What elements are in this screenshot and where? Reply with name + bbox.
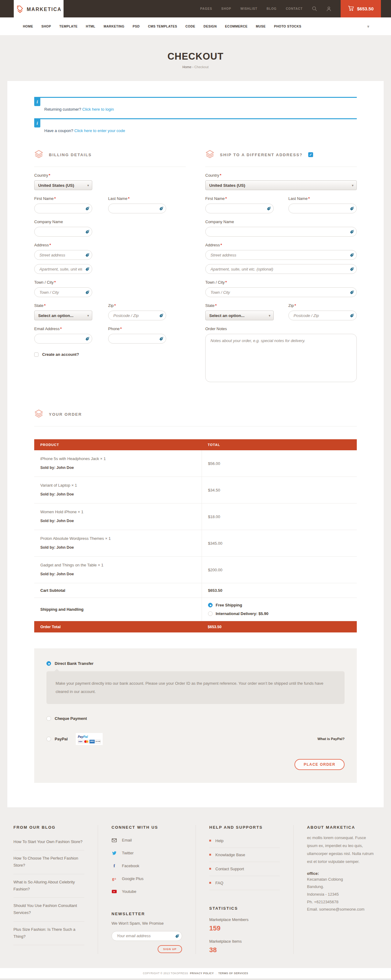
subnav-template[interactable]: TEMPLATE xyxy=(59,24,78,28)
pen-icon xyxy=(350,290,354,295)
blog-link[interactable]: How To Start Your Own Fashion Store? xyxy=(13,834,84,851)
social-email[interactable]: Email xyxy=(111,834,182,847)
radio-icon[interactable] xyxy=(208,611,213,616)
discover-icon: DISCOVER xyxy=(95,740,100,743)
page-header: CHECKOUT Home › Checkout xyxy=(0,35,391,81)
ship-different-checkbox[interactable]: ✓ xyxy=(308,152,313,157)
pen-icon xyxy=(159,206,164,211)
billing-state-select[interactable]: Select an option... ▾ xyxy=(34,310,92,320)
billing-address2-input[interactable] xyxy=(34,264,92,274)
nav-blog[interactable]: BLOG xyxy=(267,7,277,10)
shipping-address2-input[interactable] xyxy=(205,264,357,274)
login-link[interactable]: Click here to login xyxy=(82,107,114,111)
shipping-option-international[interactable]: International Delivery: $5.90 xyxy=(208,611,351,616)
billing-company-input[interactable] xyxy=(34,227,92,237)
shipping-company-input[interactable] xyxy=(205,227,357,237)
pen-icon xyxy=(85,229,90,234)
blog-link[interactable]: What is So Alluring About Celebrity Fash… xyxy=(13,874,84,898)
terms-link[interactable]: TERMS OF SERVICES xyxy=(218,972,248,975)
create-account-checkbox[interactable] xyxy=(34,352,38,357)
billing-address1-input[interactable] xyxy=(34,250,92,260)
shipping-country-select[interactable]: United States (US) ▾ xyxy=(205,180,357,190)
radio-icon[interactable] xyxy=(46,737,51,741)
cart-button[interactable]: $653.50 xyxy=(340,0,381,18)
newsletter-email-input[interactable] xyxy=(111,931,182,941)
billing-phone-input[interactable] xyxy=(108,334,166,344)
page: MARKETICA PAGES SHOP WISHLIST BLOG CONTA… xyxy=(0,0,391,978)
shipping-first-name-input[interactable] xyxy=(205,204,274,213)
logo[interactable]: MARKETICA xyxy=(14,0,64,19)
subnav-cms-templates[interactable]: CMS TEMPLATES xyxy=(148,24,177,28)
help-link[interactable]: FAQ xyxy=(209,876,280,890)
subnav-html[interactable]: HTML xyxy=(86,24,95,28)
subnav-marketing[interactable]: MARKETING xyxy=(103,24,124,28)
billing-country-select[interactable]: United States (US) ▾ xyxy=(34,180,92,190)
subtotal-label: Cart Subtotal xyxy=(34,583,202,598)
subnav-ecommerce[interactable]: ECOMMERCE xyxy=(225,24,248,28)
brand-name: MARKETICA xyxy=(27,7,62,12)
blog-link[interactable]: Plus Size Fashion: Is There Such a Thing… xyxy=(13,922,84,945)
subnav-psd[interactable]: PSD xyxy=(133,24,140,28)
order-notes-label: Order Notes xyxy=(205,326,357,331)
billing-last-name-input[interactable] xyxy=(108,204,166,213)
what-is-paypal-link[interactable]: What is PayPal? xyxy=(317,737,345,741)
nav-shop[interactable]: SHOP xyxy=(221,7,231,10)
chevron-double-down-icon[interactable]: » xyxy=(366,25,371,27)
social-label: Twitter xyxy=(122,851,134,855)
subnav-muse[interactable]: MUSE xyxy=(256,24,266,28)
social-facebook[interactable]: f Facebook xyxy=(111,859,182,872)
shipping-city-input[interactable] xyxy=(205,287,357,297)
shipping-zip-input[interactable] xyxy=(288,310,357,320)
social-googleplus[interactable]: g+ Google Plus xyxy=(111,872,182,885)
breadcrumb-home-link[interactable]: Home xyxy=(182,65,191,69)
help-link[interactable]: Contact Support xyxy=(209,862,280,876)
payment-method-paypal[interactable]: PayPal PayPal VISA AMEX DISCOVER What is… xyxy=(46,733,345,745)
search-icon[interactable] xyxy=(312,6,317,11)
coupon-link[interactable]: Click here to enter your code xyxy=(74,128,125,133)
place-order-button[interactable]: PLACE ORDER xyxy=(294,759,345,770)
payment-method-cheque[interactable]: Cheque Payment xyxy=(46,716,345,721)
subnav-shop[interactable]: SHOP xyxy=(41,24,51,28)
radio-selected-icon[interactable] xyxy=(46,661,51,666)
blog-link[interactable]: Should You Use Fashion Consultant Servic… xyxy=(13,898,84,922)
last-name-label: Last Name xyxy=(288,196,308,201)
shipping-country-field: Country* United States (US) ▾ xyxy=(205,173,357,190)
subnav-photo-stocks[interactable]: PHOTO STOCKS xyxy=(274,24,302,28)
header-nav: PAGES SHOP WISHLIST BLOG CONTACT xyxy=(200,6,331,11)
order-notes-textarea[interactable] xyxy=(205,334,357,382)
cart-icon xyxy=(348,5,354,12)
signup-button[interactable]: SIGN UP xyxy=(157,945,182,953)
privacy-policy-link[interactable]: PRIVACY POLICY xyxy=(190,972,214,975)
payment-method-bank[interactable]: Direct Bank Transfer xyxy=(46,661,345,666)
billing-city-input[interactable] xyxy=(34,287,92,297)
product-name: Women Hold iPhone × 1 xyxy=(40,509,196,514)
radio-icon[interactable] xyxy=(46,716,51,721)
subnav-code[interactable]: CODE xyxy=(185,24,195,28)
youtube-icon xyxy=(111,889,117,894)
user-icon[interactable] xyxy=(326,6,331,11)
billing-zip-input[interactable] xyxy=(108,310,166,320)
first-name-label: First Name xyxy=(205,196,225,201)
pen-icon xyxy=(350,229,354,234)
nav-pages[interactable]: PAGES xyxy=(200,7,212,10)
state-value: Select an option... xyxy=(209,313,245,318)
footer-help-column: HELP AND SUPPORTS Help Knowladge Base Co… xyxy=(196,825,293,954)
help-link[interactable]: Knowladge Base xyxy=(209,848,280,862)
help-link[interactable]: Help xyxy=(209,834,280,848)
shipping-last-name-input[interactable] xyxy=(288,204,357,213)
social-youtube[interactable]: Youtube xyxy=(111,885,182,898)
subnav-design[interactable]: DESIGN xyxy=(203,24,216,28)
billing-email-input[interactable] xyxy=(34,334,92,344)
shipping-state-select[interactable]: Select an option... ▾ xyxy=(205,310,274,320)
radio-selected-icon[interactable] xyxy=(208,603,213,608)
nav-wishlist[interactable]: WISHLIST xyxy=(240,7,257,10)
nav-contact[interactable]: CONTACT xyxy=(286,7,303,10)
cart-subtotal-row: Cart Subtotal $653.50 xyxy=(34,583,357,598)
shipping-address1-input[interactable] xyxy=(205,250,357,260)
pen-icon xyxy=(85,337,90,341)
subnav-home[interactable]: HOME xyxy=(23,24,33,28)
billing-first-name-input[interactable] xyxy=(34,204,92,213)
social-twitter[interactable]: Twitter xyxy=(111,847,182,859)
shipping-option-free[interactable]: Free Shipping xyxy=(208,603,351,608)
blog-link[interactable]: How To Choose The Perfect Fashion Store? xyxy=(13,850,84,874)
